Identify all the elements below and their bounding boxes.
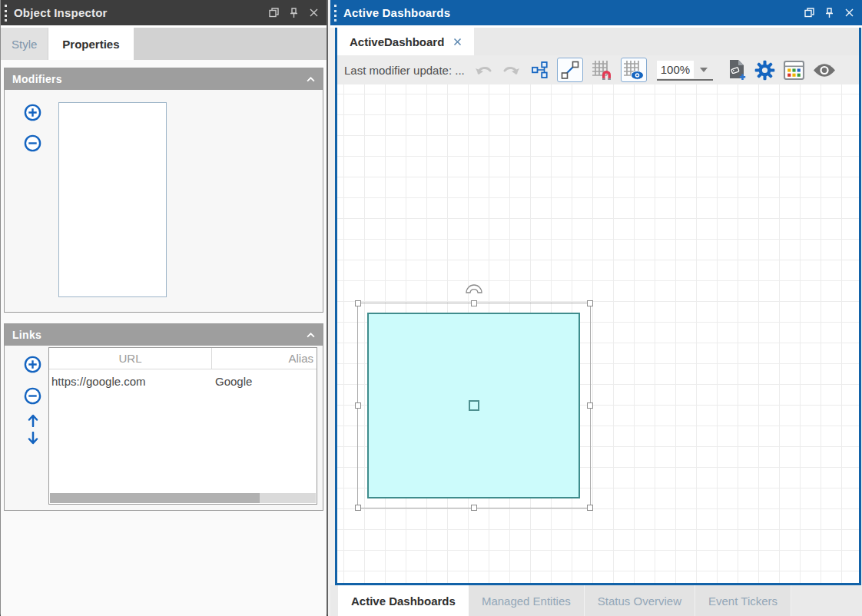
chevron-up-icon[interactable] <box>307 77 315 82</box>
tab-managed-entities[interactable]: Managed Entities <box>469 585 585 616</box>
dashboard-editor: ActiveDashboard Last modifier update: ..… <box>335 28 861 585</box>
scrollbar-thumb[interactable] <box>50 493 260 503</box>
snap-to-grid-button[interactable] <box>592 60 612 81</box>
widget-palette-button[interactable] <box>784 61 804 80</box>
links-section-title: Links <box>12 329 41 341</box>
float-window-icon <box>269 8 279 18</box>
undo-icon <box>475 64 493 76</box>
selection-center-handle[interactable] <box>469 400 479 411</box>
close-tab-button[interactable] <box>453 38 462 46</box>
links-table-header: URL Alias <box>49 348 317 369</box>
tab-properties[interactable]: Properties <box>48 28 133 60</box>
settings-button[interactable] <box>754 60 775 81</box>
pin-button[interactable] <box>287 6 300 20</box>
redo-button[interactable] <box>502 64 520 76</box>
links-section-header[interactable]: Links <box>5 324 323 346</box>
add-modifier-button[interactable] <box>24 104 41 121</box>
close-panel-button[interactable] <box>842 6 856 20</box>
zoom-select[interactable]: 100% <box>657 60 713 81</box>
links-section: Links <box>4 323 323 511</box>
gear-icon <box>754 60 775 81</box>
panel-title: Active Dashboards <box>343 6 802 19</box>
close-icon <box>453 38 462 46</box>
modifiers-section-title: Modifiers <box>12 73 62 85</box>
selection-box <box>357 303 591 508</box>
object-inspector-panel: Object Inspector Style Propertie <box>0 0 328 616</box>
drag-handle-icon[interactable] <box>334 5 337 22</box>
column-header-url[interactable]: URL <box>49 348 212 369</box>
selection-handle-middle-left[interactable] <box>355 402 361 409</box>
dashboard-toolbar: Last modifier update: ... <box>337 55 859 84</box>
modifiers-content <box>5 90 323 312</box>
rotate-handle[interactable] <box>465 283 483 297</box>
connector-icon <box>560 60 580 80</box>
pin-icon <box>824 8 834 18</box>
tab-label: ActiveDashboard <box>350 35 444 48</box>
move-link-down-button[interactable] <box>28 432 38 445</box>
close-icon <box>310 8 318 17</box>
connector-mode-toggle[interactable] <box>557 58 583 82</box>
float-window-icon <box>804 8 814 18</box>
modifier-links-icon <box>532 61 549 78</box>
chevron-down-icon <box>700 68 708 72</box>
cell-alias[interactable]: Google <box>212 375 317 388</box>
active-dashboards-titlebar[interactable]: Active Dashboards <box>330 0 862 25</box>
selection-handle-bottom-right[interactable] <box>587 505 593 511</box>
drag-handle-icon[interactable] <box>5 5 7 22</box>
cell-url[interactable]: https://google.com <box>49 375 212 388</box>
widget-palette-icon <box>784 61 804 80</box>
eye-icon <box>813 63 836 78</box>
close-icon <box>845 8 854 17</box>
show-grid-toggle[interactable] <box>621 58 647 82</box>
tab-style[interactable]: Style <box>1 28 48 60</box>
pin-icon <box>289 8 299 18</box>
zoom-value: 100% <box>657 61 694 78</box>
pin-button[interactable] <box>822 6 836 20</box>
close-panel-button[interactable] <box>307 6 320 20</box>
selection-handle-top-middle[interactable] <box>471 300 477 306</box>
table-row[interactable]: https://google.com Google <box>49 369 317 392</box>
document-tabstrip: ActiveDashboard <box>337 28 859 55</box>
selection-handle-bottom-middle[interactable] <box>471 505 477 511</box>
undo-button[interactable] <box>475 64 493 76</box>
preview-button[interactable] <box>813 63 836 78</box>
links-content: URL Alias https://google.com Google <box>5 346 323 510</box>
tab-event-tickers[interactable]: Event Tickers <box>695 585 791 616</box>
selection-handle-bottom-left[interactable] <box>355 505 361 511</box>
remove-modifier-button[interactable] <box>24 134 41 152</box>
inspector-body: Modifiers Links <box>1 60 327 616</box>
add-link-button[interactable] <box>24 356 41 373</box>
selection-handle-top-left[interactable] <box>355 300 361 306</box>
active-dashboards-panel: Active Dashboards A <box>330 0 862 616</box>
float-window-button[interactable] <box>802 6 816 20</box>
selection-handle-middle-right[interactable] <box>587 402 593 409</box>
remove-link-button[interactable] <box>24 387 41 405</box>
chevron-up-icon[interactable] <box>307 333 315 338</box>
show-grid-icon <box>623 60 644 81</box>
workspace-tabstrip: Active Dashboards Managed Entities Statu… <box>330 585 862 616</box>
selection-handle-top-right[interactable] <box>587 300 593 306</box>
tab-active-dashboards[interactable]: Active Dashboards <box>338 585 469 616</box>
horizontal-scrollbar[interactable] <box>50 493 316 503</box>
column-header-alias[interactable]: Alias <box>212 348 317 369</box>
add-report-button[interactable] <box>728 59 746 81</box>
modifiers-list[interactable] <box>58 102 167 297</box>
modifiers-section: Modifiers <box>4 68 323 313</box>
snap-to-grid-icon <box>592 60 612 81</box>
add-report-icon <box>728 59 746 81</box>
redo-icon <box>502 64 520 76</box>
tab-status-overview[interactable]: Status Overview <box>585 585 695 616</box>
float-window-button[interactable] <box>267 6 280 20</box>
modifier-links-button[interactable] <box>532 61 549 78</box>
tab-activedashboard[interactable]: ActiveDashboard <box>337 28 474 55</box>
last-modifier-update-status: Last modifier update: ... <box>344 64 465 77</box>
links-table[interactable]: URL Alias https://google.com Google <box>48 347 317 505</box>
dashboard-canvas[interactable] <box>337 84 859 583</box>
move-link-up-button[interactable] <box>28 414 38 427</box>
modifiers-section-header[interactable]: Modifiers <box>5 68 323 90</box>
panel-title: Object Inspector <box>14 6 267 19</box>
inspector-tabstrip: Style Properties <box>1 28 327 60</box>
rotate-handle-icon <box>465 283 483 294</box>
object-inspector-titlebar[interactable]: Object Inspector <box>1 0 327 25</box>
